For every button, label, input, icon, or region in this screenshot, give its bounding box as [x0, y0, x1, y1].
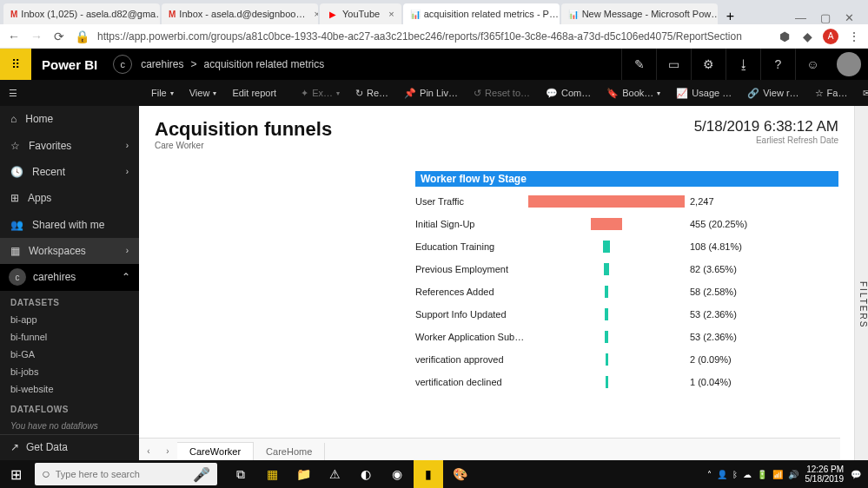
dataset-item[interactable]: bi-jobs — [0, 363, 139, 380]
sidebar-item-home[interactable]: ⌂Home — [0, 106, 139, 132]
taskbar-app-icon[interactable]: ▮ — [414, 460, 443, 488]
sidebar-item-shared[interactable]: 👥Shared with me — [0, 211, 139, 237]
people-icon[interactable]: 👤 — [717, 470, 727, 479]
feedback-icon[interactable]: ☺ — [795, 49, 830, 80]
sidebar-item-apps[interactable]: ⊞Apps — [0, 185, 139, 211]
funnel-bar — [605, 286, 609, 298]
volume-icon[interactable]: 🔊 — [788, 470, 798, 479]
refresh-label: Earliest Refresh Date — [694, 135, 838, 145]
workspace-selector[interactable]: ccarehires⌃ — [0, 264, 139, 290]
favorite-button[interactable]: ☆ Fa… — [810, 88, 853, 99]
refresh-button[interactable]: ↻ Re… — [350, 88, 394, 99]
tray-up-icon[interactable]: ˄ — [707, 470, 712, 479]
pin-live-button[interactable]: 📌 Pin Liv… — [399, 88, 463, 99]
comments-button[interactable]: 💬 Com… — [540, 88, 596, 99]
breadcrumb-workspace[interactable]: carehires — [141, 58, 183, 70]
dataset-item[interactable]: bi-app — [0, 311, 139, 328]
dataset-item[interactable]: bi-funnel — [0, 328, 139, 346]
mic-icon[interactable]: 🎤 — [193, 466, 210, 483]
url-text[interactable]: https://app.powerbi.com/groups/a81c0bce-… — [97, 30, 769, 43]
reload-icon[interactable]: ⟳ — [52, 30, 66, 43]
close-window-icon[interactable]: ✕ — [845, 11, 854, 24]
close-icon[interactable]: × — [314, 9, 318, 19]
breadcrumb-report[interactable]: acquisition related metrics — [204, 58, 325, 70]
taskbar-app-icon[interactable]: 🎨 — [445, 460, 474, 488]
minimize-icon[interactable]: — — [795, 11, 806, 24]
new-tab-button[interactable]: + — [719, 9, 741, 24]
taskbar-app-icon[interactable]: ▦ — [257, 460, 287, 488]
menu-icon[interactable]: ⋮ — [847, 30, 861, 43]
taskbar-clock[interactable]: 12:26 PM 5/18/2019 — [805, 465, 845, 484]
explore-button[interactable]: ✦ Ex…▾ — [295, 88, 345, 99]
user-avatar[interactable] — [837, 52, 861, 76]
usage-button[interactable]: 📈 Usage … — [671, 88, 737, 99]
lock-icon[interactable]: 🔒 — [75, 30, 89, 43]
report-canvas[interactable]: Acquisition funnels Care Worker 5/18/201… — [139, 106, 854, 460]
close-icon[interactable]: × — [388, 9, 394, 19]
system-tray[interactable]: ˄ 👤 ᛒ ☁ 🔋 📶 🔊 — [707, 470, 798, 479]
battery-icon[interactable]: 🔋 — [757, 470, 767, 479]
report-tab[interactable]: CareHome — [254, 443, 325, 460]
maximize-icon[interactable]: ▢ — [820, 11, 831, 24]
sidebar-item-workspaces[interactable]: ▦Workspaces› — [0, 238, 139, 264]
start-button[interactable]: ⊞ — [0, 460, 31, 488]
bookmarks-button[interactable]: 🔖 Book… ▾ — [601, 88, 666, 99]
extension-icon[interactable]: ⬢ — [778, 30, 792, 43]
task-view-icon[interactable]: ⧉ — [226, 460, 255, 488]
menu-icon[interactable]: ☰ — [9, 88, 23, 99]
funnel-row[interactable]: Previous Employment82 (3.65%) — [415, 260, 838, 279]
browser-tab[interactable]: MInbox - asela.d@designboo…× — [162, 3, 318, 24]
funnel-row[interactable]: verification approved2 (0.09%) — [415, 350, 838, 369]
fullscreen-icon[interactable]: ▭ — [656, 49, 691, 80]
search-input[interactable] — [56, 469, 193, 479]
browser-tab[interactable]: ▶YouTube× — [320, 3, 401, 24]
view-related-button[interactable]: 🔗 View r… — [742, 88, 804, 99]
sidebar-item-recent[interactable]: 🕓Recent› — [0, 159, 139, 185]
report-tab[interactable]: CareWorker — [177, 442, 254, 460]
extension-icon[interactable]: ◆ — [800, 30, 814, 43]
filters-pane-toggle[interactable]: FILTERS — [854, 106, 868, 460]
dataset-item[interactable]: bi-GA — [0, 346, 139, 363]
workspace-avatar[interactable]: c — [113, 55, 132, 74]
chrome-icon[interactable]: ◉ — [382, 460, 412, 488]
funnel-row[interactable]: Initial Sign-Up455 (20.25%) — [415, 214, 838, 234]
chart-visual[interactable]: Worker flow by Stage User Traffic2,247In… — [139, 154, 854, 402]
browser-tab[interactable]: 📊New Message - Microsoft Pow…× — [561, 3, 718, 24]
funnel-row[interactable]: References Added58 (2.58%) — [415, 282, 838, 301]
bluetooth-icon[interactable]: ᛒ — [732, 470, 738, 479]
page-next-button[interactable]: › — [158, 441, 177, 460]
page-prev-button[interactable]: ‹ — [139, 441, 158, 460]
edit-icon[interactable]: ✎ — [621, 49, 656, 80]
onedrive-icon[interactable]: ☁ — [743, 470, 752, 479]
funnel-row[interactable]: Support Info Updated53 (2.36%) — [415, 305, 838, 324]
taskbar-app-icon[interactable]: ◐ — [351, 460, 381, 488]
help-icon[interactable]: ? — [760, 49, 795, 80]
funnel-category-label: vertification declined — [415, 377, 528, 387]
taskbar-app-icon[interactable]: ⚠ — [320, 460, 349, 488]
browser-tab[interactable]: MInbox (1,025) - asela.d82@gma…× — [3, 3, 160, 24]
funnel-row[interactable]: Worker Application Submi…53 (2.36%) — [415, 327, 838, 346]
funnel-row[interactable]: Education Training108 (4.81%) — [415, 237, 838, 256]
funnel-row[interactable]: vertification declined1 (0.04%) — [415, 373, 838, 392]
back-icon[interactable]: ← — [7, 30, 21, 43]
forward-icon[interactable]: → — [30, 30, 43, 43]
taskbar-search[interactable]: ○ 🎤 — [35, 463, 217, 485]
edit-report-button[interactable]: Edit report — [227, 88, 282, 98]
app-launcher-icon[interactable]: ⠿ — [0, 49, 31, 80]
sidebar-item-favorites[interactable]: ☆Favorites› — [0, 132, 139, 158]
view-menu[interactable]: View▾ — [184, 88, 222, 98]
wifi-icon[interactable]: 📶 — [772, 470, 783, 479]
file-menu[interactable]: File▾ — [146, 88, 179, 98]
reset-button[interactable]: ↺ Reset to… — [468, 88, 535, 99]
funnel-row[interactable]: User Traffic2,247 — [415, 192, 838, 211]
download-icon[interactable]: ⭳ — [726, 49, 760, 80]
notifications-icon[interactable]: 💬 — [851, 470, 861, 479]
profile-avatar[interactable]: A — [823, 29, 838, 44]
browser-tab-active[interactable]: 📊acquisition related metrics - P…× — [403, 3, 560, 24]
subscribe-button[interactable]: ✉ Sub… — [858, 88, 868, 99]
dataset-item[interactable]: bi-website — [0, 380, 139, 398]
settings-icon[interactable]: ⚙ — [691, 49, 726, 80]
file-explorer-icon[interactable]: 📁 — [288, 460, 318, 488]
get-data-button[interactable]: ↗Get Data — [0, 434, 139, 460]
funnel-category-label: Worker Application Submi… — [415, 332, 528, 342]
